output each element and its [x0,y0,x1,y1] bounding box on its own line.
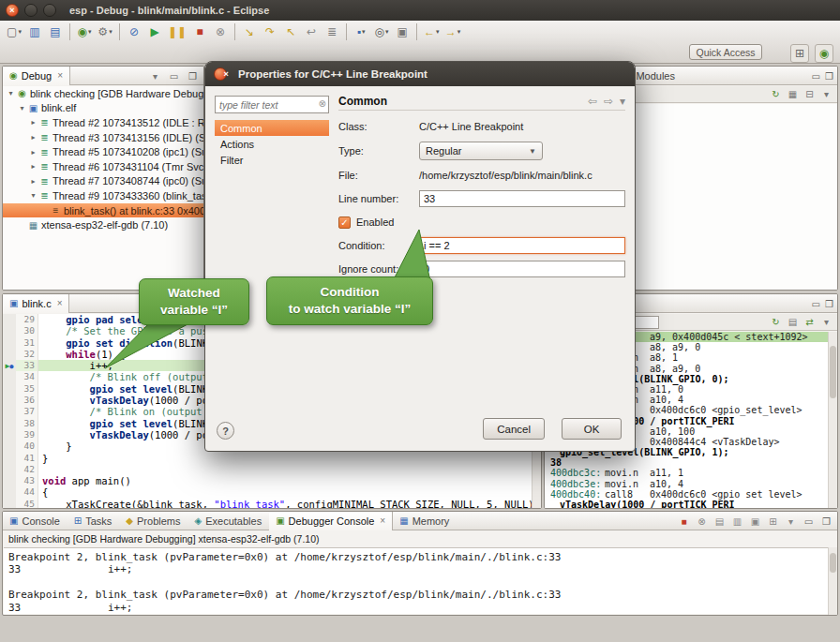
debug-tree-item[interactable]: ▾◉blink checking [GDB Hardware Debug [3,86,203,101]
view-menu-icon[interactable]: ▾ [620,95,625,108]
clear-console-icon[interactable]: ▤ [712,515,727,528]
dialog-nav-filter[interactable]: Filter [215,152,329,168]
editor-ruler-cell[interactable] [3,349,16,360]
maximize-icon[interactable]: ❐ [825,71,833,82]
search-button[interactable]: ◎ ▾ [372,22,391,41]
editor-ruler-cell[interactable] [3,464,16,475]
external-tools-button[interactable]: ⚙ ▾ [96,22,114,41]
condition-input[interactable] [419,237,625,254]
debug-tree-item[interactable]: ▸≣Thread #2 1073413512 (IDLE : Runn [3,115,203,130]
maximize-icon[interactable]: ❐ [819,515,833,528]
drop-to-frame-button[interactable]: ↩ [302,22,321,41]
editor-ruler-cell[interactable] [3,371,16,382]
view-menu-icon[interactable]: ▾ [784,515,798,528]
debug-tree-item[interactable]: ▾≣Thread #9 1073433360 (blink_task [3,188,203,203]
ignore-count-input[interactable] [419,261,625,277]
line-number-input[interactable] [419,190,625,207]
debug-tree-item[interactable]: ▦xtensa-esp32-elf-gdb (7.10) [3,217,203,232]
enabled-checkbox[interactable]: ✓ [338,216,351,229]
save-button[interactable]: ▥ [25,22,44,41]
debug-tree-item[interactable]: ▸≣Thread #3 1073413156 (IDLE) (Susp [3,130,203,145]
clear-filter-icon[interactable]: ⊗ [319,98,326,109]
tree-expander-icon[interactable]: ▸ [28,148,38,157]
close-icon[interactable]: × [57,298,63,308]
open-perspective-button[interactable]: ⊞ [790,44,809,63]
dialog-close-button[interactable]: × [214,67,227,81]
step-return-button[interactable]: ↖ [281,22,300,41]
terminate-button[interactable]: ■ [190,22,209,41]
view-menu-icon[interactable]: ▾ [148,69,162,82]
tab-problems[interactable]: ◆Problems [119,512,188,530]
refresh-icon[interactable]: ↻ [769,316,783,329]
open-console-icon[interactable]: ⊞ [766,515,780,528]
tab-memory[interactable]: ▦Memory [393,512,457,530]
disconnect-button[interactable]: ⊗ [211,22,230,41]
help-button[interactable]: ? [217,422,234,440]
filter-input[interactable] [215,96,329,113]
tab-executables[interactable]: ◈Executables [188,512,270,530]
tree-expander-icon[interactable]: ▸ [28,162,38,171]
scroll-lock-icon[interactable]: ▥ [730,515,744,528]
editor-ruler-cell[interactable] [3,325,16,336]
minimize-icon[interactable]: ▭ [812,299,820,309]
editor-ruler-cell[interactable] [3,475,16,486]
show-source-icon[interactable]: ▤ [786,316,800,329]
editor-ruler-cell[interactable]: ▶● [3,360,16,371]
type-dropdown[interactable]: Regular ▼ [419,142,543,160]
step-into-button[interactable]: ↘ [240,22,259,41]
editor-ruler-cell[interactable] [3,418,16,429]
tab-console[interactable]: ▣Console [3,512,68,530]
console-output[interactable]: Breakpoint 2, blink_task (pvParameter=0x… [4,547,836,614]
minimize-icon[interactable]: ▭ [167,69,181,82]
refresh-icon[interactable]: ↻ [769,88,783,101]
remove-launch-icon[interactable]: ⊗ [695,515,709,528]
debug-tree-item[interactable]: ▾▣blink.elf [3,101,203,116]
save-all-button[interactable]: ▤ [46,22,65,41]
editor-ruler-cell[interactable] [3,337,16,349]
close-icon[interactable]: × [57,70,63,81]
resume-button[interactable]: ▶ [145,22,164,41]
layout-icon[interactable]: ▦ [786,88,800,101]
debug-tree-item[interactable]: ▸≣Thread #7 1073408744 (ipc0) (Susp [3,174,203,189]
terminate-icon[interactable]: ■ [677,515,691,528]
back-icon[interactable]: ⇦ [588,95,597,108]
step-over-button[interactable]: ↷ [261,22,279,41]
window-close-button[interactable]: × [6,4,19,17]
tree-expander-icon[interactable]: ▾ [6,89,16,97]
editor-ruler-cell[interactable] [3,486,16,498]
forward-icon[interactable]: ⇨ [604,95,613,108]
open-element-button[interactable]: ▣ [393,22,412,41]
forward-button[interactable]: → ▾ [443,22,463,41]
dialog-nav-actions[interactable]: Actions [215,136,329,152]
maximize-icon[interactable]: ❐ [186,69,200,82]
view-menu-icon[interactable]: ▾ [819,316,833,329]
tab-blink-c[interactable]: ▣ blink.c × [3,294,69,313]
sync-icon[interactable]: ⇄ [802,316,817,329]
editor-ruler-cell[interactable] [3,383,16,395]
skip-breakpoints-button[interactable]: ⊘ [125,22,143,41]
editor-ruler-cell[interactable] [3,440,16,452]
tab-debugger-console[interactable]: ▣Debugger Console× [269,512,393,530]
cancel-button[interactable]: Cancel [483,418,545,440]
disassembly-scrollbar[interactable] [828,332,837,508]
debug-button[interactable]: ◉ ▾ [75,22,94,41]
editor-ruler-cell[interactable] [3,429,16,440]
instruction-stepping-button[interactable]: ≣ [322,22,341,41]
editor-ruler-cell[interactable] [3,499,16,508]
close-icon[interactable]: × [380,515,385,526]
quick-access-button[interactable]: Quick Access [689,44,762,60]
new-wizard-button[interactable]: ▢ ▾ [5,22,23,41]
debug-tree-item[interactable]: ▸≣Thread #6 1073431104 (Tmr Svc) (S [3,159,203,174]
debug-launch-tree[interactable]: ▾◉blink checking [GDB Hardware Debug▾▣bl… [3,86,203,290]
ok-button[interactable]: OK [562,418,622,440]
minimize-icon[interactable]: ▭ [812,71,820,82]
tree-expander-icon[interactable]: ▾ [17,104,27,112]
back-button[interactable]: ← ▾ [422,22,442,41]
window-maximize-button[interactable] [43,4,56,17]
view-menu-icon[interactable]: ▾ [819,88,833,101]
editor-ruler-cell[interactable] [3,406,16,417]
pin-console-icon[interactable]: ▣ [748,515,762,528]
debug-tree-item[interactable]: ▸≣Thread #5 1073410208 (ipc1) (Susp [3,144,203,159]
dialog-nav-common[interactable]: Common [215,120,329,136]
editor-ruler-cell[interactable] [3,395,16,406]
